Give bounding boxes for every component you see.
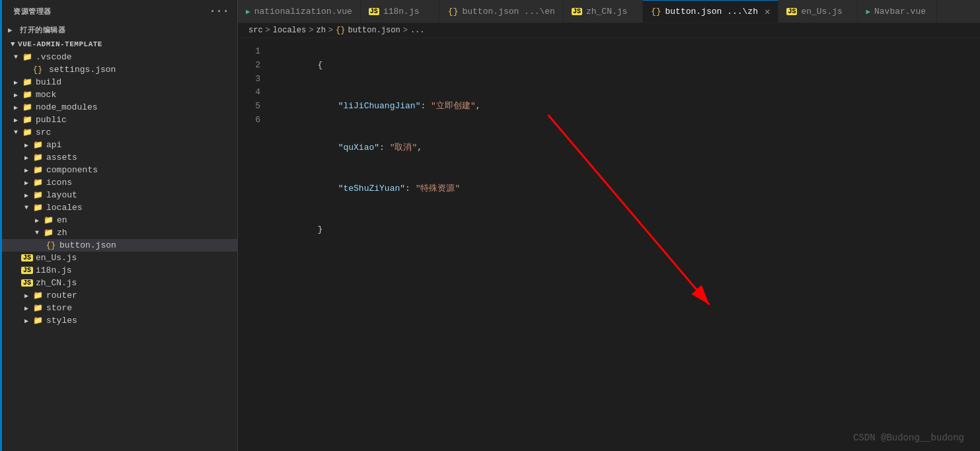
tree-item-settings-json[interactable]: {} settings.json bbox=[0, 63, 237, 76]
tree-item-zh[interactable]: ▼ 📁 zh bbox=[0, 226, 237, 239]
src-arrow: ▼ bbox=[11, 129, 21, 136]
code-line-6 bbox=[276, 251, 980, 265]
tree-item-src[interactable]: ▼ 📁 src bbox=[0, 126, 237, 139]
layout-arrow: ▶ bbox=[21, 191, 32, 199]
editor-content: 1 2 3 4 5 6 { "liJiChuangJian": "立即创建", … bbox=[238, 38, 980, 451]
code-token bbox=[317, 101, 338, 111]
tab-label: zh_CN.js bbox=[586, 7, 627, 17]
folder-icon: 📁 bbox=[42, 215, 54, 225]
tab-label: button.json ...\zh bbox=[665, 7, 758, 17]
tree-item-public[interactable]: ▶ 📁 public bbox=[0, 114, 237, 126]
en-arrow: ▶ bbox=[32, 217, 42, 225]
tree-item-zh-cn-js[interactable]: JS zh_CN.js bbox=[0, 277, 237, 289]
watermark: CSDN @Budong__budong bbox=[853, 433, 964, 443]
tree-item-locales[interactable]: ▼ 📁 locales bbox=[0, 201, 237, 214]
tree-item-icons[interactable]: ▶ 📁 icons bbox=[0, 176, 237, 189]
tree-label: zh_CN.js bbox=[36, 278, 77, 288]
breadcrumb-sep: > bbox=[266, 26, 270, 35]
zh-arrow: ▼ bbox=[32, 229, 42, 236]
tab-button-json-zh[interactable]: {} button.json ...\zh ✕ bbox=[643, 0, 778, 22]
tab-nationalization-vue[interactable]: ▶ nationalization.vue bbox=[238, 0, 361, 22]
editor-area: ▶ nationalization.vue JS i18n.js {} butt… bbox=[238, 0, 980, 451]
tree-label: icons bbox=[46, 178, 72, 188]
code-token: , bbox=[476, 101, 481, 111]
code-token: "特殊资源" bbox=[416, 184, 461, 193]
open-editors-section[interactable]: ▶ 打开的编辑器 bbox=[0, 22, 237, 38]
tab-label: Navbar.vue bbox=[874, 7, 926, 17]
tree-label: locales bbox=[46, 203, 83, 213]
tree-item-styles[interactable]: ▶ 📁 styles bbox=[0, 314, 237, 327]
tree-item-router[interactable]: ▶ 📁 router bbox=[0, 289, 237, 302]
tree-item-assets[interactable]: ▶ 📁 assets bbox=[0, 151, 237, 164]
folder-icon: 📁 bbox=[32, 165, 44, 175]
tree-item-node-modules[interactable]: ▶ 📁 node_modules bbox=[0, 101, 237, 114]
more-icon[interactable]: ··· bbox=[209, 5, 229, 17]
tree-item-i18n-js[interactable]: JS i18n.js bbox=[0, 264, 237, 277]
tree-item-mock[interactable]: ▶ 📁 mock bbox=[0, 88, 237, 101]
tab-label: nationalization.vue bbox=[254, 7, 352, 17]
tree-label: api bbox=[46, 140, 61, 150]
tab-i18n-js[interactable]: JS i18n.js bbox=[361, 0, 440, 22]
tab-close-button[interactable]: ✕ bbox=[765, 6, 770, 17]
code-token: : bbox=[379, 143, 390, 153]
breadcrumb: src > locales > zh > {} button.json > ..… bbox=[238, 23, 980, 38]
breadcrumb-zh[interactable]: zh bbox=[316, 26, 325, 35]
sidebar-header: 资源管理器 ··· bbox=[0, 0, 237, 22]
vue-tab-icon: ▶ bbox=[866, 7, 870, 16]
line-number: 4 bbox=[238, 86, 260, 100]
code-line-1: { bbox=[276, 45, 980, 86]
breadcrumb-button-json[interactable]: button.json bbox=[348, 26, 400, 35]
public-arrow: ▶ bbox=[11, 116, 21, 124]
locales-arrow: ▼ bbox=[21, 204, 32, 211]
tree-item-layout[interactable]: ▶ 📁 layout bbox=[0, 189, 237, 201]
tab-navbar-vue[interactable]: ▶ Navbar.vue bbox=[858, 0, 937, 22]
tree-label: components bbox=[46, 165, 98, 175]
tree-item-vscode[interactable]: ▼ 📁 .vscode bbox=[0, 51, 237, 63]
store-arrow: ▶ bbox=[21, 304, 32, 312]
vscode-arrow: ▼ bbox=[11, 53, 21, 61]
folder-icon: 📁 bbox=[21, 77, 33, 87]
breadcrumb-locales[interactable]: locales bbox=[273, 26, 306, 35]
tree-item-store[interactable]: ▶ 📁 store bbox=[0, 302, 237, 314]
tree-item-en-us-js[interactable]: JS en_Us.js bbox=[0, 252, 237, 264]
tree-label: router bbox=[46, 291, 77, 300]
tree-label: settings.json bbox=[49, 65, 116, 75]
breadcrumb-src[interactable]: src bbox=[248, 26, 263, 35]
sidebar-header-actions: ··· bbox=[209, 5, 229, 17]
folder-icon: 📁 bbox=[32, 203, 44, 213]
folder-icon: 📁 bbox=[32, 153, 44, 162]
open-editors-arrow: ▶ bbox=[8, 26, 13, 34]
js-icon: JS bbox=[21, 279, 33, 287]
tree-item-components[interactable]: ▶ 📁 components bbox=[0, 164, 237, 176]
code-token: , bbox=[417, 143, 422, 153]
breadcrumb-json-icon: {} bbox=[336, 26, 345, 35]
code-editor[interactable]: { "liJiChuangJian": "立即创建", "quXiao": "取… bbox=[271, 38, 980, 451]
project-section[interactable]: ▼ VUE-ADMIN-TEMPLATE bbox=[3, 38, 237, 51]
folder-icon: 📁 bbox=[32, 178, 44, 188]
sidebar-title: 资源管理器 bbox=[13, 7, 52, 17]
js-tab-icon: JS bbox=[572, 8, 582, 15]
tab-zh-cn-js[interactable]: JS zh_CN.js bbox=[564, 0, 643, 22]
tree-item-api[interactable]: ▶ 📁 api bbox=[0, 139, 237, 151]
mock-arrow: ▶ bbox=[11, 91, 21, 99]
js-icon: JS bbox=[21, 254, 33, 261]
folder-icon: 📁 bbox=[32, 190, 44, 200]
json-tab-icon: {} bbox=[448, 7, 459, 17]
code-token bbox=[317, 184, 338, 193]
line-number: 5 bbox=[238, 100, 260, 114]
folder-icon: 📁 bbox=[32, 316, 44, 326]
tree-label: node_modules bbox=[36, 102, 98, 112]
js-icon: JS bbox=[21, 267, 33, 274]
tree-item-button-json[interactable]: {} button.json bbox=[0, 239, 237, 252]
json-icon: {} bbox=[45, 241, 57, 250]
tree-item-build[interactable]: ▶ 📁 build bbox=[0, 76, 237, 88]
code-token: : bbox=[405, 184, 416, 193]
code-token: "liJiChuangJian" bbox=[338, 101, 421, 111]
tree-label: en bbox=[57, 215, 67, 225]
tree-label: public bbox=[36, 115, 67, 125]
project-arrow: ▼ bbox=[11, 40, 15, 48]
tab-en-us-js[interactable]: JS en_Us.js bbox=[778, 0, 858, 22]
line-numbers: 1 2 3 4 5 6 bbox=[238, 38, 271, 451]
tree-item-en[interactable]: ▶ 📁 en bbox=[0, 214, 237, 226]
tab-button-json-en[interactable]: {} button.json ...\en bbox=[440, 0, 564, 22]
